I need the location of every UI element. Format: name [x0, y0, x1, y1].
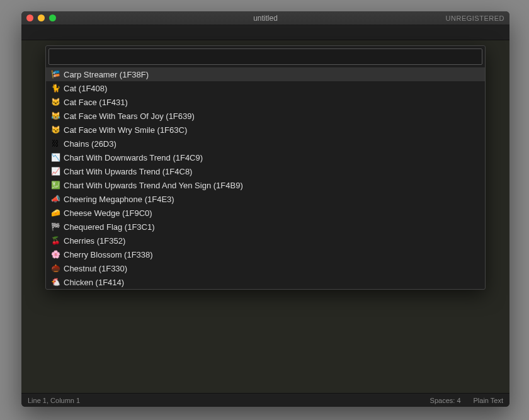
emoji-icon: ⛓ [51, 139, 60, 148]
emoji-icon: 😼 [51, 125, 60, 134]
palette-item-label: Cat Face (1F431) [64, 98, 128, 107]
palette-item-label: Cat Face With Tears Of Joy (1F639) [64, 111, 195, 121]
palette-item[interactable]: ⛓Chains (26D3) [46, 137, 485, 150]
palette-item-label: Chart With Downwards Trend (1F4C9) [64, 153, 203, 162]
palette-item[interactable]: 📣Cheering Megaphone (1F4E3) [46, 192, 485, 206]
palette-results: 🎏Carp Streamer (1F38F)🐈Cat (1F408)🐱Cat F… [46, 67, 485, 289]
emoji-icon: 🍒 [51, 236, 60, 245]
palette-item-label: Chains (26D3) [64, 139, 117, 149]
palette-item[interactable]: 🐱Cat Face (1F431) [46, 95, 485, 109]
indent-setting[interactable]: Spaces: 4 [430, 397, 461, 404]
window-title: untitled [21, 14, 509, 23]
status-bar: Line 1, Column 1 Spaces: 4 Plain Text [21, 393, 509, 407]
palette-item[interactable]: 💹Chart With Upwards Trend And Yen Sign (… [46, 178, 485, 192]
palette-item[interactable]: 🐈Cat (1F408) [46, 81, 485, 95]
emoji-icon: 📣 [51, 195, 60, 203]
palette-item[interactable]: 🐔Chicken (1F414) [46, 275, 485, 289]
traffic-lights [26, 14, 56, 21]
palette-item-label: Chequered Flag (1F3C1) [64, 222, 155, 232]
palette-item-label: Carp Streamer (1F38F) [64, 70, 149, 79]
emoji-icon: 📈 [51, 167, 60, 176]
palette-item-label: Chart With Upwards Trend And Yen Sign (1… [64, 181, 243, 190]
palette-item[interactable]: 😹Cat Face With Tears Of Joy (1F639) [46, 109, 485, 123]
palette-item[interactable]: 😼Cat Face With Wry Smile (1F63C) [46, 123, 485, 137]
emoji-icon: 🌸 [51, 250, 60, 259]
app-window: untitled UNREGISTERED 🎏Carp Streamer (1F… [21, 11, 509, 407]
emoji-icon: 🏁 [51, 222, 60, 231]
palette-item[interactable]: 🎏Carp Streamer (1F38F) [46, 67, 485, 81]
emoji-icon: 😹 [51, 111, 60, 120]
palette-item[interactable]: 🍒Cherries (1F352) [46, 234, 485, 247]
palette-item[interactable]: 🌸Cherry Blossom (1F338) [46, 247, 485, 261]
tab-bar[interactable] [21, 25, 509, 40]
palette-item-label: Cherry Blossom (1F338) [64, 250, 153, 259]
syntax-mode[interactable]: Plain Text [474, 397, 504, 404]
palette-item-label: Chicken (1F414) [64, 278, 124, 287]
palette-item[interactable]: 🧀Cheese Wedge (1F9C0) [46, 206, 485, 220]
minimize-button[interactable] [38, 14, 45, 21]
emoji-icon: 🧀 [51, 208, 60, 217]
unregistered-label: UNREGISTERED [446, 14, 504, 22]
palette-item[interactable]: 🌰Chestnut (1F330) [46, 261, 485, 275]
palette-search-input[interactable] [48, 48, 482, 65]
cursor-position[interactable]: Line 1, Column 1 [28, 397, 80, 404]
emoji-icon: 🐔 [51, 278, 60, 287]
palette-item-label: Chart With Upwards Trend (1F4C8) [64, 167, 192, 176]
palette-item-label: Cheese Wedge (1F9C0) [64, 208, 152, 218]
palette-item-label: Cat (1F408) [64, 84, 107, 93]
emoji-icon: 🐱 [51, 98, 60, 106]
palette-item-label: Cheering Megaphone (1F4E3) [64, 195, 174, 204]
editor-area[interactable]: 🎏Carp Streamer (1F38F)🐈Cat (1F408)🐱Cat F… [21, 40, 509, 393]
emoji-icon: 📉 [51, 153, 60, 162]
palette-item[interactable]: 🏁Chequered Flag (1F3C1) [46, 220, 485, 234]
close-button[interactable] [26, 14, 33, 21]
titlebar: untitled UNREGISTERED [21, 11, 509, 25]
emoji-icon: 🎏 [51, 70, 60, 79]
emoji-icon: 💹 [51, 181, 60, 190]
palette-item-label: Chestnut (1F330) [64, 264, 127, 273]
palette-item[interactable]: 📈Chart With Upwards Trend (1F4C8) [46, 164, 485, 178]
maximize-button[interactable] [49, 14, 56, 21]
palette-item-label: Cat Face With Wry Smile (1F63C) [64, 125, 187, 135]
emoji-icon: 🐈 [51, 84, 60, 93]
palette-item-label: Cherries (1F352) [64, 236, 125, 246]
emoji-icon: 🌰 [51, 264, 60, 273]
palette-item[interactable]: 📉Chart With Downwards Trend (1F4C9) [46, 150, 485, 164]
command-palette: 🎏Carp Streamer (1F38F)🐈Cat (1F408)🐱Cat F… [45, 45, 486, 290]
